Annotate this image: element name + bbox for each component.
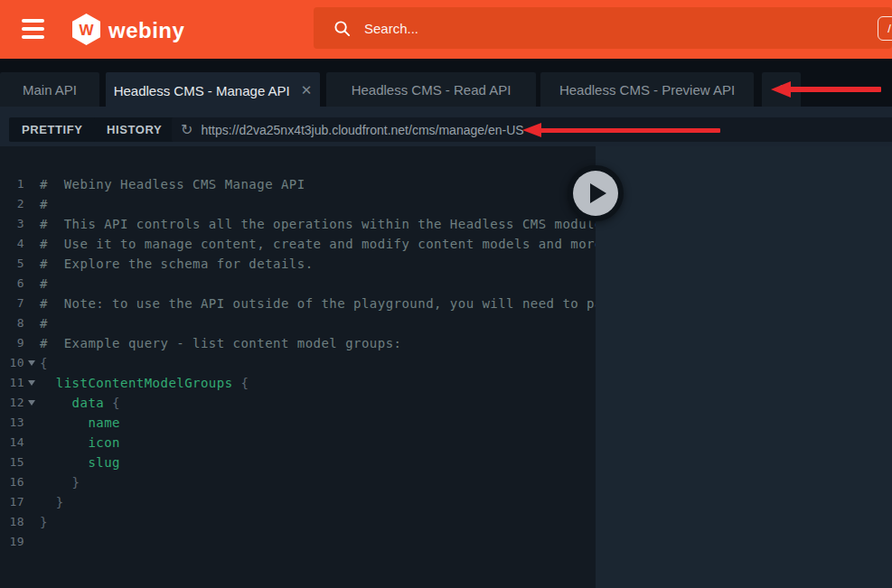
prettify-button[interactable]: PRETTIFY: [9, 117, 96, 142]
line-number: 12: [0, 393, 24, 413]
code-text: }: [40, 512, 48, 532]
logo-wordmark: webiny: [108, 18, 184, 43]
code-line: 18}: [0, 512, 596, 532]
tab-headless-cms-manage-api[interactable]: Headless CMS - Manage API ✕: [106, 72, 320, 108]
token-comment: # Use it to manage content, create and m…: [40, 237, 596, 251]
tab-headless-cms-preview-api[interactable]: Headless CMS - Preview API: [540, 72, 754, 107]
line-number: 16: [0, 472, 24, 492]
tab-label: Headless CMS - Manage API: [114, 83, 290, 98]
fold-gutter: [24, 214, 40, 234]
token-field: icon: [40, 435, 120, 450]
code-line: 7# Note: to use the API outside of the p…: [0, 294, 596, 313]
code-line: 11 listContentModelGroups {: [0, 373, 596, 393]
code-text: # Explore the schema for details.: [40, 254, 314, 274]
code-text: #: [40, 313, 48, 333]
code-text: icon: [40, 433, 120, 453]
token-field: name: [40, 415, 120, 430]
line-number: 7: [0, 294, 24, 313]
menu-icon[interactable]: [22, 19, 44, 39]
token-comment: # Webiny Headless CMS Manage API: [40, 177, 305, 191]
fold-gutter: [24, 492, 40, 512]
refresh-icon: ↻: [181, 123, 192, 137]
line-number: 4: [0, 234, 24, 254]
query-editor-pane[interactable]: 1# Webiny Headless CMS Manage API2#3# Th…: [0, 146, 596, 588]
search-bar[interactable]: /: [314, 7, 892, 49]
tab-label: Main API: [23, 82, 77, 98]
code-text: # Note: to use the API outside of the pl…: [40, 294, 596, 313]
token-punct: }: [40, 495, 64, 509]
code-text: # Example query - list content model gro…: [40, 333, 401, 353]
code-line: 1# Webiny Headless CMS Manage API: [0, 174, 596, 194]
fold-gutter: [24, 194, 40, 214]
play-icon: [590, 183, 606, 203]
code-text: }: [40, 492, 64, 512]
line-number: 2: [0, 194, 24, 214]
execute-query-button[interactable]: [568, 165, 624, 221]
tab-label: Headless CMS - Read API: [352, 82, 512, 98]
history-button[interactable]: HISTORY: [94, 117, 174, 142]
api-tabstrip: Main API Headless CMS - Manage API ✕ Hea…: [0, 59, 892, 107]
fold-gutter: [24, 433, 40, 453]
fold-gutter: [24, 532, 40, 552]
line-number: 10: [0, 353, 24, 373]
tab-main-api[interactable]: Main API: [0, 72, 99, 107]
search-input[interactable]: [364, 21, 798, 36]
token-comment: #: [40, 276, 48, 291]
token-comment: #: [40, 316, 48, 331]
code-text: listContentModelGroups {: [40, 373, 249, 393]
code-line: 13 name: [0, 413, 596, 433]
token-comment: # Note: to use the API outside of the pl…: [40, 296, 596, 311]
code-line: 14 icon: [0, 433, 596, 453]
code-text: {: [40, 353, 48, 373]
code-line: 19: [0, 532, 596, 552]
code-line: 10{: [0, 353, 596, 373]
fold-gutter: [24, 472, 40, 492]
fold-gutter: [24, 234, 40, 254]
token-comment: # Explore the schema for details.: [40, 257, 314, 271]
line-number: 1: [0, 174, 24, 194]
token-punct: {: [40, 356, 48, 370]
token-punct: {: [233, 376, 249, 390]
line-number: 13: [0, 413, 24, 433]
token-field: slug: [40, 455, 120, 470]
fold-arrow-icon[interactable]: [24, 353, 40, 373]
code-line: 16 }: [0, 472, 596, 492]
fold-gutter: [24, 254, 40, 274]
code-text: slug: [40, 453, 120, 472]
fold-gutter: [24, 333, 40, 353]
code-text: name: [40, 413, 120, 433]
token-field: listContentModelGroups: [40, 376, 233, 390]
app-header: W webiny /: [0, 0, 892, 59]
token-field: data: [40, 396, 104, 410]
token-punct: {: [104, 396, 120, 410]
fold-arrow-icon[interactable]: [24, 373, 40, 393]
code-text: #: [40, 274, 48, 294]
code-line: 6#: [0, 274, 596, 294]
code-text: # This API controls all the operations w…: [40, 214, 596, 234]
token-comment: #: [40, 197, 48, 211]
code-line: 5# Explore the schema for details.: [0, 254, 596, 274]
code-line: 2#: [0, 194, 596, 214]
tab-label: Headless CMS - Preview API: [559, 82, 735, 98]
search-shortcut-badge: /: [878, 16, 892, 41]
code-text: #: [40, 194, 48, 214]
token-comment: # Example query - list content model gro…: [40, 336, 401, 350]
line-number: 14: [0, 433, 24, 453]
tab-headless-cms-read-api[interactable]: Headless CMS - Read API: [326, 72, 536, 107]
line-number: 9: [0, 333, 24, 353]
token-punct: }: [40, 515, 48, 529]
code-line: 3# This API controls all the operations …: [0, 214, 596, 234]
svg-text:W: W: [79, 22, 94, 39]
close-tab-icon[interactable]: ✕: [301, 82, 313, 98]
fold-gutter: [24, 512, 40, 532]
webiny-hexagon-icon: W: [72, 14, 100, 45]
code-line: 4# Use it to manage content, create and …: [0, 234, 596, 254]
line-number: 3: [0, 214, 24, 234]
fold-gutter: [24, 294, 40, 313]
endpoint-url: https://d2va25nx4t3jub.cloudfront.net/cm…: [201, 123, 523, 137]
code-text: # Webiny Headless CMS Manage API: [40, 174, 305, 194]
webiny-logo[interactable]: W webiny: [72, 14, 184, 45]
results-pane: [596, 146, 892, 588]
fold-arrow-icon[interactable]: [24, 393, 40, 413]
fold-gutter: [24, 413, 40, 433]
